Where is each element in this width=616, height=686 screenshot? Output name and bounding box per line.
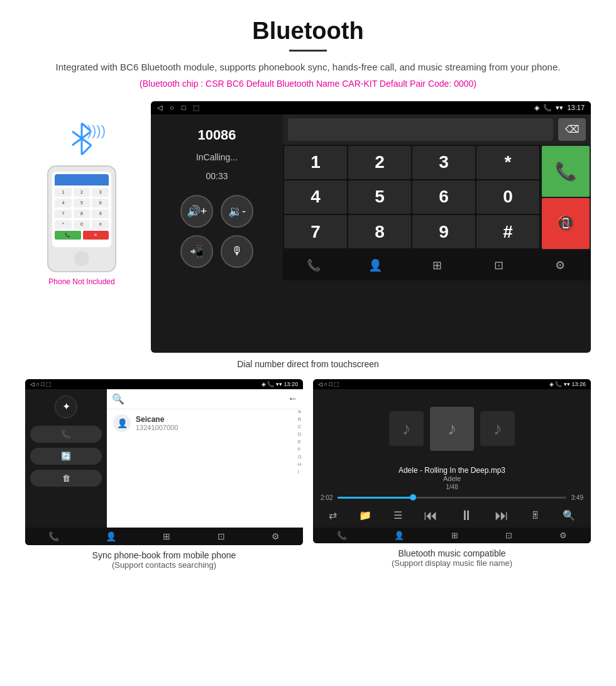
delete-button[interactable]: ⌫ bbox=[558, 118, 586, 141]
next-button[interactable]: ⏭ bbox=[495, 507, 509, 524]
bottom-nav: 📞 👤 ⊞ ⊡ ⚙ bbox=[283, 250, 591, 280]
keypad-grid: 1 2 3 * 4 5 6 0 7 8 9 # bbox=[283, 145, 541, 250]
transfer-icon: 📲 bbox=[190, 245, 204, 258]
phone-end-button[interactable]: ✕ bbox=[83, 231, 109, 240]
music-nav-contacts[interactable]: 👤 bbox=[394, 531, 404, 540]
phone-home-button[interactable] bbox=[74, 251, 89, 266]
nav-transfer-btn[interactable]: ⊡ bbox=[486, 255, 511, 275]
end-call-button[interactable]: 📵 bbox=[542, 198, 590, 249]
phone-key-7: 7 bbox=[55, 209, 72, 218]
search-icon: 🔍 bbox=[112, 393, 124, 405]
music-art-area: ♪ ♪ ♪ bbox=[313, 389, 591, 465]
pb-sync-btn[interactable]: 🔄 bbox=[30, 448, 102, 465]
music-statusbar-left: ◁ ○ □ ⬚ bbox=[318, 381, 339, 387]
clock: 13:17 bbox=[567, 104, 585, 111]
pb-nav-call[interactable]: 📞 bbox=[48, 531, 59, 541]
display-input[interactable] bbox=[288, 118, 553, 141]
bluetooth-specs: (Bluetooth chip : CSR BC6 Default Blueto… bbox=[13, 79, 603, 89]
key-9[interactable]: 9 bbox=[412, 215, 475, 248]
pb-right: 🔍 ← 👤 Seicane 13241007000 A B bbox=[107, 389, 303, 528]
call-timer: 00:33 bbox=[161, 171, 273, 181]
prev-button[interactable]: ⏮ bbox=[424, 507, 437, 524]
key-2[interactable]: 2 bbox=[348, 146, 411, 179]
music-art-current: ♪ bbox=[430, 407, 474, 451]
key-star[interactable]: * bbox=[476, 146, 539, 179]
recent-icon: □ bbox=[182, 104, 186, 111]
phone-key-star: * bbox=[55, 220, 72, 229]
pb-bluetooth-icon: ✦ bbox=[55, 396, 77, 418]
shuffle-button[interactable]: ⇄ bbox=[329, 509, 337, 521]
delete-icon: 🗑 bbox=[62, 473, 70, 483]
music-controls: ⇄ 📁 ☰ ⏮ ⏸ ⏭ 🎚 🔍 bbox=[313, 504, 591, 528]
music-art-prev: ♪ bbox=[389, 411, 424, 446]
wifi-icon: ▾▾ bbox=[556, 104, 563, 112]
music-bottom-nav: 📞 👤 ⊞ ⊡ ⚙ bbox=[313, 528, 591, 543]
contact-info: Seicane 13241007000 bbox=[136, 415, 178, 431]
pb-nav-settings[interactable]: ⚙ bbox=[272, 531, 280, 541]
play-pause-button[interactable]: ⏸ bbox=[459, 507, 473, 524]
phone-key-8: 8 bbox=[74, 209, 91, 218]
pb-delete-btn[interactable]: 🗑 bbox=[30, 470, 102, 487]
key-1[interactable]: 1 bbox=[284, 146, 347, 179]
phone-key-1: 1 bbox=[55, 188, 72, 197]
phone-key-9: 9 bbox=[92, 209, 109, 218]
folder-button[interactable]: 📁 bbox=[359, 509, 371, 521]
answer-call-button[interactable]: 📞 bbox=[542, 146, 590, 197]
bluetooth-icon-area: )))) bbox=[57, 120, 107, 160]
pb-alpha-index: A B C D E F G H I bbox=[298, 408, 302, 476]
phone-call-button[interactable]: 📞 bbox=[55, 231, 81, 240]
music-progress-bar[interactable] bbox=[338, 497, 566, 499]
music-caption-sub: (Support display music file name) bbox=[392, 558, 512, 568]
mic-button[interactable]: 🎙 bbox=[221, 235, 253, 268]
mic-icon: 🎙 bbox=[231, 245, 243, 258]
search-music-button[interactable]: 🔍 bbox=[563, 509, 575, 521]
nav-dialpad-btn[interactable]: ⊞ bbox=[424, 255, 449, 275]
phone-screen-row: 1 2 3 bbox=[55, 188, 109, 197]
key-hash[interactable]: # bbox=[476, 215, 539, 248]
call-status: InCalling... bbox=[161, 152, 273, 162]
key-5[interactable]: 5 bbox=[348, 180, 411, 214]
pb-statusbar-right: ◈ 📞 ▾▾ 13:20 bbox=[261, 381, 298, 387]
answer-icon: 📞 bbox=[555, 161, 577, 182]
dialer-right-panel: ⌫ 1 2 3 * 4 5 6 0 7 8 9 # bbox=[283, 114, 591, 280]
nav-call-btn[interactable]: 📞 bbox=[301, 255, 326, 275]
phone-key-2: 2 bbox=[74, 188, 91, 197]
pb-nav-transfer[interactable]: ⊡ bbox=[217, 531, 225, 541]
key-7[interactable]: 7 bbox=[284, 215, 347, 248]
key-3[interactable]: 3 bbox=[412, 146, 475, 179]
music-nav-call[interactable]: 📞 bbox=[337, 531, 347, 540]
music-nav-dialpad[interactable]: ⊞ bbox=[451, 531, 458, 540]
nav-contacts-btn[interactable]: 👤 bbox=[363, 255, 388, 275]
phonebook-caption: Sync phone-book from mobile phone (Suppo… bbox=[92, 550, 236, 570]
contact-name: Seicane bbox=[136, 415, 178, 424]
pb-nav-dialpad[interactable]: ⊞ bbox=[163, 531, 170, 541]
transfer-button[interactable]: 📲 bbox=[180, 235, 213, 268]
key-8[interactable]: 8 bbox=[348, 215, 411, 248]
volume-down-button[interactable]: 🔉- bbox=[221, 195, 253, 228]
phone-screen: 1 2 3 4 5 6 7 8 9 * 0 # bbox=[52, 172, 111, 247]
pb-body: ✦ 📞 🔄 🗑 🔍 ← bbox=[25, 389, 303, 528]
phone-key-0: 0 bbox=[74, 220, 91, 229]
bottom-screenshots: ◁ ○ □ ⬚ ◈ 📞 ▾▾ 13:20 ✦ 📞 🔄 🗑 bbox=[0, 379, 616, 570]
list-button[interactable]: ☰ bbox=[393, 509, 402, 521]
wifi-waves-icon: )))) bbox=[87, 123, 106, 139]
pb-call-btn[interactable]: 📞 bbox=[30, 426, 102, 443]
music-caption: Bluetooth music compatible (Support disp… bbox=[392, 548, 512, 568]
call-buttons: 📞 📵 bbox=[541, 145, 591, 250]
pb-nav-contacts[interactable]: 👤 bbox=[106, 531, 116, 541]
svg-line-4 bbox=[82, 145, 91, 155]
equalizer-button[interactable]: 🎚 bbox=[531, 510, 541, 521]
music-time-total: 3:49 bbox=[571, 494, 583, 501]
nav-settings-btn[interactable]: ⚙ bbox=[547, 255, 573, 275]
phone-screen-row-3: 7 8 9 bbox=[55, 209, 109, 218]
volume-up-button[interactable]: 🔊+ bbox=[180, 195, 213, 228]
music-nav-transfer[interactable]: ⊡ bbox=[505, 531, 512, 540]
key-0[interactable]: 0 bbox=[476, 180, 539, 214]
pb-contact-row[interactable]: 👤 Seicane 13241007000 bbox=[107, 409, 303, 437]
pb-statusbar-left: ◁ ○ □ ⬚ bbox=[30, 381, 52, 387]
call-status-icon: 📞 bbox=[543, 104, 552, 112]
key-6[interactable]: 6 bbox=[412, 180, 475, 214]
key-4[interactable]: 4 bbox=[284, 180, 347, 214]
pb-statusbar: ◁ ○ □ ⬚ ◈ 📞 ▾▾ 13:20 bbox=[25, 379, 303, 389]
music-nav-settings[interactable]: ⚙ bbox=[559, 531, 567, 540]
